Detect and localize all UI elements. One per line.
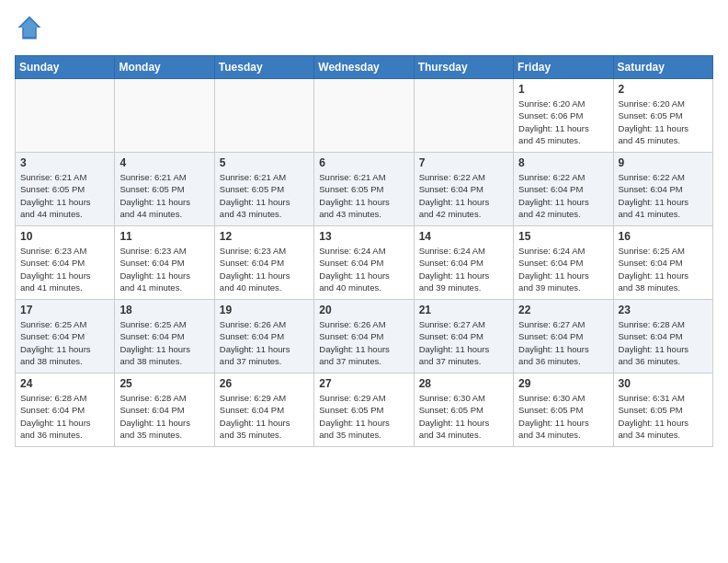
- weekday-header-thursday: Thursday: [414, 56, 513, 79]
- day-number: 27: [319, 377, 408, 390]
- calendar-day-cell: [414, 79, 513, 153]
- day-info: Sunrise: 6:26 AM Sunset: 6:04 PM Dayligh…: [220, 318, 309, 367]
- calendar-day-cell: 17Sunrise: 6:25 AM Sunset: 6:04 PM Dayli…: [16, 300, 115, 373]
- logo: [15, 15, 42, 44]
- day-info: Sunrise: 6:30 AM Sunset: 6:05 PM Dayligh…: [518, 392, 608, 441]
- calendar-day-cell: 9Sunrise: 6:22 AM Sunset: 6:04 PM Daylig…: [613, 153, 712, 226]
- calendar-day-cell: [115, 79, 214, 153]
- page-header: [15, 15, 713, 44]
- day-info: Sunrise: 6:21 AM Sunset: 6:05 PM Dayligh…: [20, 171, 109, 220]
- day-info: Sunrise: 6:25 AM Sunset: 6:04 PM Dayligh…: [119, 318, 209, 367]
- day-info: Sunrise: 6:24 AM Sunset: 6:04 PM Dayligh…: [419, 245, 508, 293]
- calendar-day-cell: 27Sunrise: 6:29 AM Sunset: 6:05 PM Dayli…: [314, 373, 414, 447]
- day-number: 1: [518, 83, 608, 96]
- calendar-day-cell: 13Sunrise: 6:24 AM Sunset: 6:04 PM Dayli…: [314, 226, 414, 300]
- day-number: 17: [20, 304, 109, 316]
- day-info: Sunrise: 6:24 AM Sunset: 6:04 PM Dayligh…: [518, 245, 608, 293]
- day-number: 12: [220, 230, 309, 243]
- day-info: Sunrise: 6:23 AM Sunset: 6:04 PM Dayligh…: [119, 245, 209, 293]
- day-info: Sunrise: 6:22 AM Sunset: 6:04 PM Dayligh…: [619, 171, 708, 220]
- calendar-day-cell: 10Sunrise: 6:23 AM Sunset: 6:04 PM Dayli…: [16, 226, 115, 300]
- day-info: Sunrise: 6:28 AM Sunset: 6:04 PM Dayligh…: [20, 392, 109, 441]
- calendar-day-cell: 22Sunrise: 6:27 AM Sunset: 6:04 PM Dayli…: [514, 300, 613, 373]
- calendar-table: SundayMondayTuesdayWednesdayThursdayFrid…: [15, 55, 713, 447]
- day-number: 10: [20, 230, 109, 243]
- calendar-day-cell: 20Sunrise: 6:26 AM Sunset: 6:04 PM Dayli…: [314, 300, 414, 373]
- day-info: Sunrise: 6:21 AM Sunset: 6:05 PM Dayligh…: [220, 171, 309, 220]
- day-info: Sunrise: 6:27 AM Sunset: 6:04 PM Dayligh…: [419, 318, 508, 367]
- logo-icon: [17, 15, 42, 40]
- calendar-week-row: 1Sunrise: 6:20 AM Sunset: 6:06 PM Daylig…: [16, 79, 713, 153]
- day-number: 4: [119, 156, 209, 169]
- day-info: Sunrise: 6:20 AM Sunset: 6:06 PM Dayligh…: [518, 98, 608, 146]
- day-number: 24: [20, 377, 109, 390]
- day-number: 20: [319, 304, 408, 316]
- day-info: Sunrise: 6:23 AM Sunset: 6:04 PM Dayligh…: [20, 245, 109, 293]
- weekday-header-friday: Friday: [514, 56, 613, 79]
- day-number: 18: [119, 304, 209, 316]
- calendar-day-cell: 2Sunrise: 6:20 AM Sunset: 6:05 PM Daylig…: [613, 79, 712, 153]
- day-number: 11: [119, 230, 209, 243]
- day-number: 19: [220, 304, 309, 316]
- day-number: 23: [619, 304, 708, 316]
- calendar-day-cell: 23Sunrise: 6:28 AM Sunset: 6:04 PM Dayli…: [613, 300, 712, 373]
- day-number: 29: [518, 377, 608, 390]
- day-number: 25: [119, 377, 209, 390]
- day-number: 7: [419, 156, 508, 169]
- calendar-day-cell: 12Sunrise: 6:23 AM Sunset: 6:04 PM Dayli…: [214, 226, 313, 300]
- calendar-day-cell: 30Sunrise: 6:31 AM Sunset: 6:05 PM Dayli…: [613, 373, 712, 447]
- calendar-day-cell: [214, 79, 313, 153]
- calendar-day-cell: 24Sunrise: 6:28 AM Sunset: 6:04 PM Dayli…: [16, 373, 115, 447]
- day-info: Sunrise: 6:25 AM Sunset: 6:04 PM Dayligh…: [619, 245, 708, 293]
- day-info: Sunrise: 6:23 AM Sunset: 6:04 PM Dayligh…: [220, 245, 309, 293]
- calendar-day-cell: 3Sunrise: 6:21 AM Sunset: 6:05 PM Daylig…: [16, 153, 115, 226]
- calendar-day-cell: 26Sunrise: 6:29 AM Sunset: 6:04 PM Dayli…: [214, 373, 313, 447]
- calendar-day-cell: 16Sunrise: 6:25 AM Sunset: 6:04 PM Dayli…: [613, 226, 712, 300]
- weekday-header-saturday: Saturday: [613, 56, 712, 79]
- day-info: Sunrise: 6:31 AM Sunset: 6:05 PM Dayligh…: [619, 392, 708, 441]
- calendar-day-cell: 6Sunrise: 6:21 AM Sunset: 6:05 PM Daylig…: [314, 153, 414, 226]
- calendar-day-cell: 1Sunrise: 6:20 AM Sunset: 6:06 PM Daylig…: [514, 79, 613, 153]
- day-number: 14: [419, 230, 508, 243]
- day-number: 2: [619, 83, 708, 96]
- calendar-week-row: 3Sunrise: 6:21 AM Sunset: 6:05 PM Daylig…: [16, 153, 713, 226]
- day-info: Sunrise: 6:30 AM Sunset: 6:05 PM Dayligh…: [419, 392, 508, 441]
- day-number: 6: [319, 156, 408, 169]
- day-info: Sunrise: 6:24 AM Sunset: 6:04 PM Dayligh…: [319, 245, 408, 293]
- calendar-day-cell: [16, 79, 115, 153]
- calendar-day-cell: 15Sunrise: 6:24 AM Sunset: 6:04 PM Dayli…: [514, 226, 613, 300]
- calendar-day-cell: 8Sunrise: 6:22 AM Sunset: 6:04 PM Daylig…: [514, 153, 613, 226]
- day-number: 26: [220, 377, 309, 390]
- day-info: Sunrise: 6:29 AM Sunset: 6:04 PM Dayligh…: [220, 392, 309, 441]
- weekday-header-wednesday: Wednesday: [314, 56, 414, 79]
- day-number: 30: [619, 377, 708, 390]
- calendar-day-cell: 21Sunrise: 6:27 AM Sunset: 6:04 PM Dayli…: [414, 300, 513, 373]
- day-number: 13: [319, 230, 408, 243]
- day-number: 21: [419, 304, 508, 316]
- day-number: 22: [518, 304, 608, 316]
- day-info: Sunrise: 6:25 AM Sunset: 6:04 PM Dayligh…: [20, 318, 109, 367]
- day-number: 3: [20, 156, 109, 169]
- day-info: Sunrise: 6:27 AM Sunset: 6:04 PM Dayligh…: [518, 318, 608, 367]
- calendar-day-cell: 11Sunrise: 6:23 AM Sunset: 6:04 PM Dayli…: [115, 226, 214, 300]
- day-info: Sunrise: 6:21 AM Sunset: 6:05 PM Dayligh…: [119, 171, 209, 220]
- calendar-day-cell: 18Sunrise: 6:25 AM Sunset: 6:04 PM Dayli…: [115, 300, 214, 373]
- day-number: 28: [419, 377, 508, 390]
- calendar-day-cell: 19Sunrise: 6:26 AM Sunset: 6:04 PM Dayli…: [214, 300, 313, 373]
- calendar-header-row: SundayMondayTuesdayWednesdayThursdayFrid…: [16, 56, 713, 79]
- weekday-header-monday: Monday: [115, 56, 214, 79]
- calendar-day-cell: 29Sunrise: 6:30 AM Sunset: 6:05 PM Dayli…: [514, 373, 613, 447]
- calendar-week-row: 24Sunrise: 6:28 AM Sunset: 6:04 PM Dayli…: [16, 373, 713, 447]
- calendar-day-cell: 14Sunrise: 6:24 AM Sunset: 6:04 PM Dayli…: [414, 226, 513, 300]
- day-info: Sunrise: 6:26 AM Sunset: 6:04 PM Dayligh…: [319, 318, 408, 367]
- calendar-day-cell: 25Sunrise: 6:28 AM Sunset: 6:04 PM Dayli…: [115, 373, 214, 447]
- day-info: Sunrise: 6:28 AM Sunset: 6:04 PM Dayligh…: [619, 318, 708, 367]
- calendar-week-row: 10Sunrise: 6:23 AM Sunset: 6:04 PM Dayli…: [16, 226, 713, 300]
- day-number: 16: [619, 230, 708, 243]
- weekday-header-sunday: Sunday: [16, 56, 115, 79]
- day-number: 8: [518, 156, 608, 169]
- day-number: 9: [619, 156, 708, 169]
- day-number: 15: [518, 230, 608, 243]
- day-info: Sunrise: 6:28 AM Sunset: 6:04 PM Dayligh…: [119, 392, 209, 441]
- calendar-day-cell: 5Sunrise: 6:21 AM Sunset: 6:05 PM Daylig…: [214, 153, 313, 226]
